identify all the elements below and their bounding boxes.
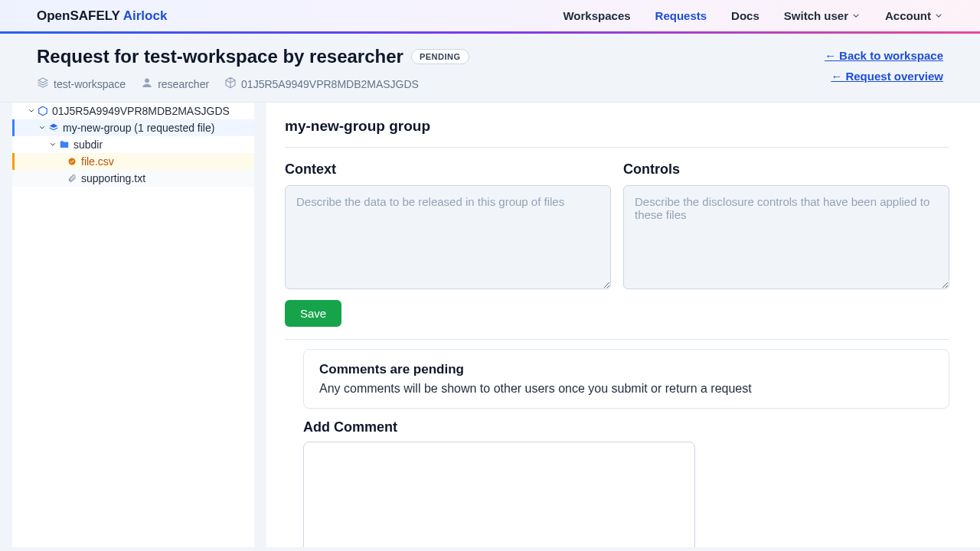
context-col: Context: [285, 161, 611, 289]
add-comment-textarea[interactable]: [303, 442, 695, 547]
brand-accent: Airlock: [123, 8, 168, 23]
controls-col: Controls: [623, 161, 949, 289]
chevron-down-icon: [37, 122, 47, 134]
nav-docs[interactable]: Docs: [731, 9, 760, 22]
svg-point-1: [69, 158, 76, 165]
nav-account-label: Account: [885, 9, 931, 22]
controls-label: Controls: [623, 161, 949, 178]
cube-icon: [37, 106, 49, 116]
tree-root[interactable]: 01J5R5A9949VPR8MDB2MASJGDS: [12, 103, 254, 119]
tree-root-label: 01J5R5A9949VPR8MDB2MASJGDS: [52, 105, 230, 117]
cube-icon: [224, 77, 237, 91]
meta-request-id-value: 01J5R5A9949VPR8MDB2MASJGDS: [241, 78, 419, 90]
link-back-workspace[interactable]: ← Back to workspace: [825, 49, 943, 62]
context-textarea[interactable]: [285, 185, 611, 289]
comment-section: Comments are pending Any comments will b…: [303, 349, 949, 547]
file-tree: 01J5R5A9949VPR8MDB2MASJGDS my-new-group …: [12, 103, 254, 547]
tree-subdir[interactable]: subdir: [12, 136, 254, 153]
layers-icon: [47, 122, 60, 133]
page-title: Request for test-workspace by researcher: [37, 46, 403, 67]
page-header: Request for test-workspace by researcher…: [0, 34, 980, 103]
comments-pending-title: Comments are pending: [319, 362, 933, 377]
folder-icon: [58, 139, 70, 150]
brand-name: OpenSAFELY: [37, 8, 120, 23]
meta-request-id: 01J5R5A9949VPR8MDB2MASJGDS: [224, 77, 419, 91]
meta-workspace-value: test-workspace: [54, 78, 126, 90]
nav-account[interactable]: Account: [885, 9, 943, 22]
top-nav: OpenSAFELY Airlock Workspaces Requests D…: [0, 0, 980, 34]
tree-group[interactable]: my-new-group (1 requested file): [12, 119, 254, 136]
chevron-down-icon: [851, 11, 861, 21]
nav-switch-user[interactable]: Switch user: [784, 9, 861, 22]
brand: OpenSAFELY Airlock: [37, 8, 167, 24]
context-label: Context: [285, 161, 611, 178]
group-title: my-new-group group: [285, 118, 949, 148]
link-request-overview[interactable]: ← Request overview: [831, 70, 943, 83]
layers-icon: [37, 77, 49, 91]
nav-requests[interactable]: Requests: [655, 9, 707, 22]
meta-workspace: test-workspace: [37, 77, 126, 91]
chevron-down-icon: [934, 11, 943, 21]
nav-links: Workspaces Requests Docs Switch user Acc…: [563, 9, 943, 22]
nav-switch-user-label: Switch user: [784, 9, 848, 22]
user-icon: [141, 77, 153, 91]
comments-pending-body: Any comments will be shown to other user…: [319, 382, 933, 396]
divider: [285, 339, 949, 340]
controls-textarea[interactable]: [623, 185, 949, 289]
tree-file-txt[interactable]: supporting.txt: [12, 170, 254, 187]
main-content: my-new-group group Context Controls Save…: [266, 103, 980, 547]
meta-line: test-workspace researcher 01J5R5A9949VPR…: [37, 77, 469, 91]
tree-file-csv[interactable]: file.csv: [12, 153, 254, 170]
tree-group-label: my-new-group (1 requested file): [63, 122, 214, 134]
paperclip-icon: [66, 174, 78, 183]
meta-user-value: researcher: [158, 78, 209, 90]
body-area: 01J5R5A9949VPR8MDB2MASJGDS my-new-group …: [0, 103, 980, 547]
tree-file-csv-label: file.csv: [81, 155, 114, 168]
save-button[interactable]: Save: [285, 300, 341, 327]
status-badge: PENDING: [411, 49, 469, 64]
chevron-down-icon: [26, 105, 37, 117]
chevron-down-icon: [47, 139, 58, 151]
comments-pending-notice: Comments are pending Any comments will b…: [303, 349, 949, 409]
tree-file-txt-label: supporting.txt: [81, 172, 145, 184]
file-csv-icon: [66, 157, 78, 166]
add-comment-label: Add Comment: [303, 419, 949, 435]
nav-workspaces[interactable]: Workspaces: [563, 9, 630, 22]
svg-point-0: [145, 79, 149, 83]
meta-user: researcher: [141, 77, 209, 91]
tree-subdir-label: subdir: [74, 139, 103, 151]
form-row: Context Controls: [285, 161, 949, 289]
